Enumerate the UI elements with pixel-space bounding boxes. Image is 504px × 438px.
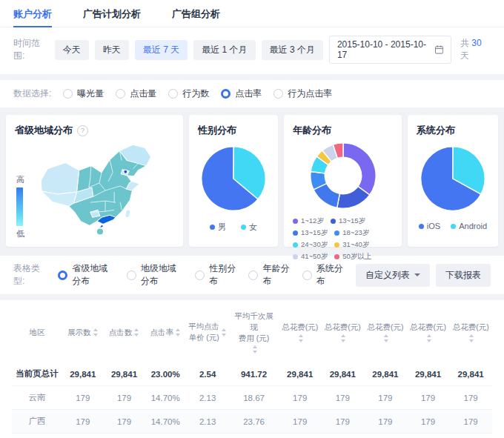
sortable-column-header[interactable]: 展示数: [62, 302, 104, 362]
sort-icon[interactable]: [253, 345, 258, 354]
legend-item[interactable]: iOS: [419, 222, 440, 230]
value-cell: 23.00%: [145, 362, 186, 386]
sortable-column-header[interactable]: 总花费(元): [449, 302, 492, 362]
legend-item[interactable]: 13~15岁: [331, 216, 365, 226]
legend-item[interactable]: 18~23岁: [334, 228, 369, 238]
legend-item[interactable]: 13~15岁: [293, 228, 328, 238]
sort-icon[interactable]: [384, 334, 389, 342]
table-row: 云南17917914.70%2.1318.67179179179179179: [12, 386, 492, 410]
table-type-option[interactable]: 性别分布: [195, 262, 236, 288]
table-type-option[interactable]: 地级地域分布: [127, 262, 183, 288]
value-cell: 179: [407, 434, 450, 438]
value-cell: 179: [364, 386, 407, 410]
sortable-column-header[interactable]: 总花费(元): [364, 302, 407, 362]
table-type-option[interactable]: 系统分布: [302, 262, 344, 288]
legend-dot-icon: [210, 225, 215, 230]
sort-icon[interactable]: [299, 334, 304, 342]
data-select-option[interactable]: 点击量: [116, 87, 156, 100]
table-type-option[interactable]: 省级地域分布: [58, 262, 114, 288]
sort-icon[interactable]: [134, 328, 139, 336]
legend-item[interactable]: 女: [241, 222, 257, 233]
table-row: 当前页总计29,84129,84123.00%2.54941.7229,8412…: [12, 362, 492, 386]
sortable-column-header[interactable]: 总花费(元): [322, 302, 365, 362]
value-cell: 2.13: [186, 386, 229, 410]
data-table-block: 地区展示数点击数点击率平均点击 单价 (元)平均千次展现 费用 (元)总花费(元…: [0, 300, 504, 438]
column-header-label: 总花费(元): [367, 322, 403, 333]
value-cell: 29,841: [449, 362, 492, 386]
sort-icon[interactable]: [222, 328, 227, 336]
value-cell: 14.70%: [145, 410, 186, 434]
legend-label: 41~50岁: [301, 252, 328, 262]
legend-label: 1~12岁: [301, 216, 324, 226]
gender-legend: 男女: [198, 222, 269, 233]
china-map: [27, 139, 177, 244]
sort-icon[interactable]: [93, 328, 99, 336]
radio-option-label: 曝光量: [77, 87, 104, 100]
sortable-column-header[interactable]: 点击率: [145, 302, 186, 362]
sortable-column-header[interactable]: 总花费(元): [279, 302, 322, 362]
radio-option-label: 系统分布: [316, 262, 344, 288]
value-cell: 29,841: [279, 362, 322, 386]
column-header-label: 展示数: [67, 327, 91, 338]
sort-icon[interactable]: [176, 328, 181, 336]
time-range-option[interactable]: 最近 1 个月: [193, 40, 255, 60]
value-cell: 29,841: [62, 362, 104, 386]
value-cell: 29,841: [407, 362, 450, 386]
data-select-option[interactable]: 行为数: [168, 87, 209, 100]
region-cell: 贵州: [12, 434, 62, 438]
legend-label: 13~15岁: [339, 216, 365, 226]
legend-item[interactable]: 31~40岁: [334, 240, 369, 250]
column-header-label: 点击数: [109, 327, 133, 338]
tab-campaign-analysis[interactable]: 广告计划分析: [83, 0, 141, 27]
date-range-picker[interactable]: 2015-10-10 - 2015-10-17: [329, 36, 451, 64]
time-range-option[interactable]: 最近 3 个月: [262, 40, 323, 60]
tab-account-analysis[interactable]: 账户分析: [13, 0, 52, 27]
radio-icon: [127, 271, 136, 280]
sort-icon[interactable]: [427, 334, 432, 342]
radio-icon: [273, 89, 283, 99]
os-card-title: 系统分布: [417, 124, 489, 137]
gender-card-title: 性别分布: [198, 124, 269, 137]
data-select-option[interactable]: 点击率: [221, 87, 262, 100]
column-header-label: 总花费(元): [453, 322, 489, 333]
sortable-column-header[interactable]: 平均千次展现 费用 (元): [229, 302, 279, 362]
time-range-option[interactable]: 昨天: [95, 40, 129, 60]
legend-item[interactable]: 41~50岁: [293, 252, 328, 262]
value-cell: 179: [407, 410, 450, 434]
age-card-title: 年龄分布: [293, 124, 393, 137]
region-cell: 当前页总计: [12, 362, 62, 386]
column-header-label: 平均千次展现 费用 (元): [231, 311, 277, 345]
value-cell: 2.54: [186, 362, 229, 386]
legend-item[interactable]: Android: [451, 222, 487, 230]
time-range-options: 今天昨天最近 7 天最近 1 个月最近 3 个月: [55, 40, 323, 60]
value-cell: 179: [62, 410, 104, 434]
legend-label: 31~40岁: [342, 240, 369, 250]
data-select-option[interactable]: 曝光量: [63, 87, 104, 100]
legend-item[interactable]: 1~12岁: [293, 216, 324, 226]
sort-icon[interactable]: [469, 334, 474, 342]
map-scale-high-label: 高: [16, 174, 24, 185]
sortable-column-header[interactable]: 平均点击 单价 (元): [186, 302, 229, 362]
region-data-table: 地区展示数点击数点击率平均点击 单价 (元)平均千次展现 费用 (元)总花费(元…: [12, 302, 492, 438]
legend-dot-icon: [293, 254, 298, 259]
time-range-option[interactable]: 最近 7 天: [135, 40, 188, 60]
total-days-text: 共 30 天: [460, 37, 491, 62]
time-range-option[interactable]: 今天: [55, 40, 89, 60]
legend-item[interactable]: 24~30岁: [293, 240, 328, 250]
sort-icon[interactable]: [341, 334, 346, 342]
legend-item[interactable]: 男: [210, 222, 226, 233]
download-report-button[interactable]: 下载报表: [436, 264, 491, 287]
header-block: 账户分析 广告计划分析 广告组分析 时间范围: 今天昨天最近 7 天最近 1 个…: [0, 0, 504, 74]
chevron-down-icon: [414, 273, 420, 279]
customize-columns-button[interactable]: 自定义列表: [356, 264, 430, 287]
help-icon[interactable]: [77, 125, 88, 136]
value-cell: 179: [62, 434, 104, 438]
legend-dot-icon: [293, 219, 298, 224]
legend-dot-icon: [334, 230, 339, 236]
legend-item[interactable]: 50岁以上: [334, 252, 371, 262]
data-select-option[interactable]: 行为点击率: [273, 87, 332, 100]
sortable-column-header[interactable]: 总花费(元): [407, 302, 450, 362]
table-type-option[interactable]: 年龄分布: [248, 262, 290, 288]
sortable-column-header[interactable]: 点击数: [104, 302, 145, 362]
tab-adgroup-analysis[interactable]: 广告组分析: [172, 0, 220, 27]
